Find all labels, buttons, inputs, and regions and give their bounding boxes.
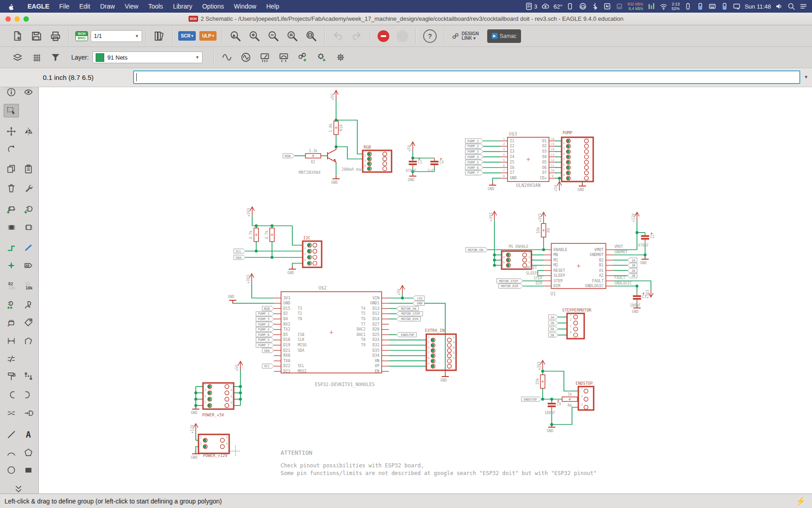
redo-button[interactable]: [347, 28, 366, 45]
status-bluetooth[interactable]: [591, 2, 599, 10]
status-menu-lines[interactable]: [799, 2, 807, 10]
zoom-out-button[interactable]: [264, 28, 283, 45]
tool-paste[interactable]: [21, 162, 36, 176]
tool-replace[interactable]: [4, 220, 19, 234]
tool-junction[interactable]: [4, 259, 19, 272]
tool-trash[interactable]: [4, 181, 19, 195]
status-keyboard[interactable]: [708, 2, 716, 10]
go-button[interactable]: [397, 30, 408, 42]
tool-mirror[interactable]: [21, 125, 36, 138]
zoom-select-button[interactable]: [226, 28, 245, 45]
tool-pinswap[interactable]: [4, 298, 19, 312]
tool-polygon[interactable]: [21, 446, 36, 459]
tool-group[interactable]: [4, 104, 19, 117]
undo-button[interactable]: [328, 28, 347, 45]
menu-library[interactable]: Library: [168, 0, 197, 13]
menu-options[interactable]: Options: [197, 0, 229, 13]
layer-selector[interactable]: 91 Nets ▼: [92, 51, 203, 63]
add-settings-button[interactable]: [312, 49, 331, 66]
status-checklist[interactable]: 3: [525, 2, 537, 10]
tool-move[interactable]: [4, 125, 19, 138]
frequency-button[interactable]: [236, 49, 255, 66]
network-speed[interactable]: 832 kB/s8,4 kB/s: [627, 2, 643, 11]
status-disc[interactable]: [579, 2, 587, 10]
status-display[interactable]: [733, 2, 741, 10]
tool-gate-arrow[interactable]: [21, 406, 36, 420]
status-mouse[interactable]: [684, 2, 692, 10]
tool-arc[interactable]: [4, 446, 19, 459]
tool-attribute[interactable]: [21, 316, 36, 329]
display-layers-button[interactable]: [8, 49, 27, 66]
menu-help[interactable]: Help: [261, 0, 284, 13]
grid-button[interactable]: [27, 49, 46, 66]
settings-button[interactable]: [331, 49, 350, 66]
probe-button[interactable]: [274, 49, 293, 66]
tool-arc-right[interactable]: [21, 388, 36, 401]
tool-bus[interactable]: [21, 241, 36, 254]
tool-polygon-open[interactable]: [21, 334, 36, 348]
tool-dimension[interactable]: [4, 334, 19, 348]
status-app-faded[interactable]: [615, 2, 623, 10]
tool-rect[interactable]: [21, 463, 36, 477]
menu-draw[interactable]: Draw: [95, 0, 120, 13]
filter-button[interactable]: [46, 49, 65, 66]
tool-label[interactable]: AB: [21, 259, 36, 272]
status-speaker[interactable]: [775, 2, 783, 10]
signal-button[interactable]: [217, 49, 236, 66]
ulp-button[interactable]: ULP▾: [199, 31, 217, 41]
tool-copy[interactable]: [4, 162, 19, 176]
schematic-canvas[interactable]: +5V+5V+5V+5V+5V+3V3+3V3+3V3+3V3+3V3+3V3+…: [38, 87, 812, 494]
tool-add-part[interactable]: [4, 202, 19, 216]
menu-file[interactable]: File: [54, 0, 74, 13]
command-input[interactable]: [133, 70, 800, 84]
status-battery-pill[interactable]: [696, 2, 704, 10]
tool-text[interactable]: A: [21, 428, 36, 441]
menu-edit[interactable]: Edit: [74, 0, 95, 13]
tool-value[interactable]: R210k: [21, 279, 36, 293]
tool-eye[interactable]: [21, 85, 36, 99]
zoom-actual-button[interactable]: [283, 28, 302, 45]
print-button[interactable]: [46, 28, 65, 45]
tool-module[interactable]: [21, 220, 36, 234]
script-button[interactable]: SCR▾: [178, 31, 196, 41]
tool-name[interactable]: R210k: [4, 279, 19, 293]
stop-button[interactable]: [378, 30, 389, 42]
command-history-dropdown-icon[interactable]: ▼: [804, 75, 808, 79]
help-button[interactable]: ?: [423, 29, 437, 43]
tool-net[interactable]: [4, 241, 19, 254]
tool-line[interactable]: [4, 428, 19, 441]
samacsys-button[interactable]: ▶Samac: [487, 29, 521, 43]
tool-optimize[interactable]: [21, 369, 36, 383]
menu-view[interactable]: View: [120, 0, 143, 13]
zoom-in-button[interactable]: [245, 28, 264, 45]
schematic-board-toggle[interactable]: SCHBRD: [75, 31, 88, 41]
status-battery-sm[interactable]: [567, 2, 575, 10]
menu-tools[interactable]: Tools: [143, 0, 168, 13]
tool-smash[interactable]: [4, 316, 19, 329]
status-wifi[interactable]: [660, 2, 668, 10]
tool-circle[interactable]: [4, 463, 19, 477]
library-manager-button[interactable]: [150, 28, 169, 45]
status-app-window[interactable]: [603, 2, 611, 10]
menu-window[interactable]: Window: [229, 0, 261, 13]
sheet-selector[interactable]: 1/1▼: [91, 30, 142, 42]
tool-invoke[interactable]: [21, 202, 36, 216]
status-eq-bars[interactable]: [647, 2, 655, 10]
new-document-button[interactable]: [8, 28, 27, 45]
add-link-button[interactable]: [293, 49, 312, 66]
status-cloud[interactable]: [541, 2, 549, 10]
tool-rotate[interactable]: [4, 142, 19, 156]
design-link-button[interactable]: DESIGNLINK ▾: [452, 32, 479, 41]
status-text[interactable]: Sun 11:48: [745, 3, 771, 10]
save-button[interactable]: [27, 28, 46, 45]
apple-menu[interactable]: [6, 2, 14, 10]
menu-eagle[interactable]: EAGLE: [23, 0, 54, 13]
tool-wrench[interactable]: [21, 181, 36, 195]
tool-arrows-in[interactable]: [4, 406, 19, 420]
tool-paint[interactable]: [4, 369, 19, 383]
simulate-button[interactable]: [255, 49, 274, 66]
tool-gateswap[interactable]: [21, 298, 36, 312]
status-text[interactable]: 62°: [554, 3, 563, 10]
time-battery-percent[interactable]: 2:1352%: [672, 2, 680, 11]
zoom-fit-button[interactable]: [302, 28, 321, 45]
